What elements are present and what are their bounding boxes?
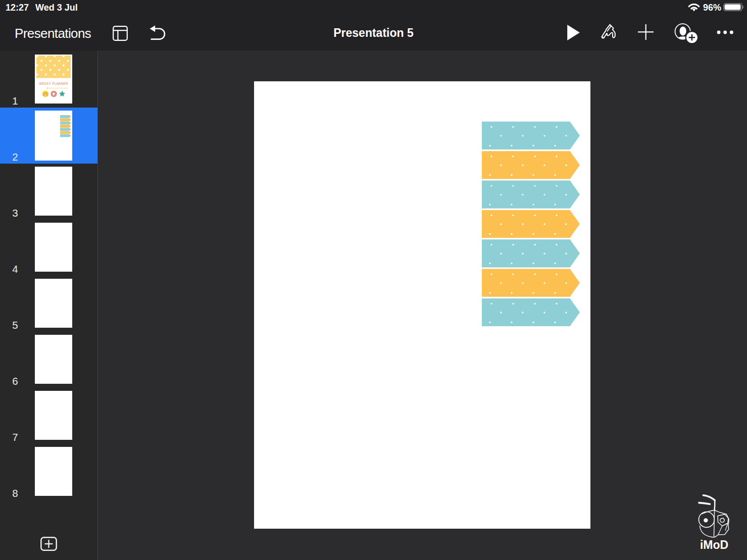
svg-text:WEEKY PLANNER: WEEKY PLANNER: [39, 82, 68, 85]
svg-text:iMoD: iMoD: [700, 538, 728, 551]
